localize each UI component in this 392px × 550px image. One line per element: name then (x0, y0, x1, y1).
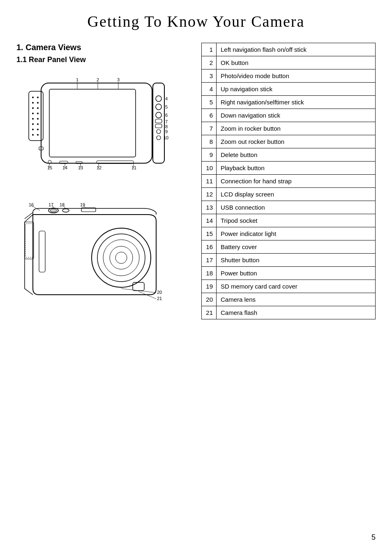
rear-view: 1 2 3 4 5 (16, 71, 193, 186)
svg-text:20: 20 (157, 290, 162, 295)
table-row: 10Playback button (202, 162, 376, 175)
camera-diagrams: 1 2 3 4 5 (16, 71, 193, 309)
part-label: Battery cover (217, 240, 376, 254)
svg-point-71 (115, 252, 127, 263)
svg-text:1: 1 (76, 77, 78, 82)
svg-point-60 (50, 209, 57, 212)
svg-text:21: 21 (157, 296, 162, 301)
part-number: 12 (202, 188, 217, 201)
part-label: Tripod socket (217, 214, 376, 227)
table-row: 4Up navigation stick (202, 83, 376, 96)
svg-rect-79 (25, 224, 33, 257)
parts-table: 1Left navigation flash on/off stick2OK b… (201, 43, 376, 319)
svg-text:11: 11 (131, 165, 136, 170)
svg-rect-78 (25, 222, 34, 259)
part-label: USB connection (217, 201, 376, 214)
table-row: 12LCD display screen (202, 188, 376, 201)
svg-point-10 (32, 118, 34, 120)
svg-point-4 (32, 102, 34, 104)
part-number: 2 (202, 56, 217, 69)
part-label: Camera flash (217, 306, 376, 319)
svg-point-3 (37, 97, 39, 98)
svg-point-2 (32, 97, 34, 98)
table-row: 20Camera lens (202, 293, 376, 306)
part-number: 21 (202, 306, 217, 319)
page-number: 5 (371, 533, 376, 542)
page: Getting To Know Your Camera 1. Camera Vi… (0, 0, 392, 550)
svg-point-17 (37, 134, 39, 136)
part-label: Zoom out rocker button (217, 135, 376, 148)
part-number: 3 (202, 69, 217, 83)
table-row: 7Zoom in rocker button (202, 122, 376, 135)
part-number: 14 (202, 214, 217, 227)
part-label: Zoom in rocker button (217, 122, 376, 135)
svg-point-7 (37, 107, 39, 109)
svg-point-61 (62, 209, 69, 212)
svg-rect-18 (49, 89, 136, 157)
part-number: 7 (202, 122, 217, 135)
part-number: 1 (202, 43, 217, 56)
part-number: 13 (202, 201, 217, 214)
table-row: 3Photo/video mode button (202, 69, 376, 83)
part-number: 8 (202, 135, 217, 148)
svg-point-5 (37, 102, 39, 104)
part-label: Left navigation flash on/off stick (217, 43, 376, 56)
svg-text:9: 9 (165, 129, 168, 134)
table-row: 21Camera flash (202, 306, 376, 319)
top-camera-svg: 16 17 18 19 (16, 194, 189, 309)
svg-point-6 (32, 107, 34, 109)
part-number: 18 (202, 267, 217, 280)
table-row: 11Connection for hand strap (202, 175, 376, 188)
svg-text:10: 10 (164, 135, 168, 140)
top-view: 16 17 18 19 (16, 194, 193, 309)
part-number: 4 (202, 83, 217, 96)
table-row: 9Delete button (202, 148, 376, 162)
svg-point-12 (32, 123, 34, 125)
part-label: Power indicator light (217, 227, 376, 240)
part-number: 10 (202, 162, 217, 175)
table-row: 16Battery cover (202, 240, 376, 254)
svg-text:7: 7 (165, 119, 168, 124)
part-label: Playback button (217, 162, 376, 175)
svg-rect-32 (155, 119, 162, 123)
svg-text:12: 12 (97, 165, 101, 170)
part-label: Camera lens (217, 293, 376, 306)
part-number: 16 (202, 240, 217, 254)
svg-point-14 (32, 129, 34, 130)
part-number: 19 (202, 280, 217, 293)
svg-point-28 (156, 104, 161, 110)
part-label: Shutter button (217, 254, 376, 267)
svg-point-67 (92, 228, 151, 287)
svg-point-30 (156, 112, 161, 118)
svg-text:3: 3 (117, 77, 120, 82)
left-column: 1. Camera Views 1.1 Rear Panel View (16, 43, 193, 319)
svg-point-26 (156, 96, 161, 102)
table-row: 8Zoom out rocker button (202, 135, 376, 148)
svg-line-75 (121, 289, 156, 293)
table-row: 13USB connection (202, 201, 376, 214)
part-number: 6 (202, 109, 217, 122)
part-number: 11 (202, 175, 217, 188)
right-column: 1Left navigation flash on/off stick2OK b… (201, 43, 376, 319)
svg-line-63 (31, 206, 40, 210)
svg-point-13 (37, 123, 39, 125)
svg-text:4: 4 (165, 96, 168, 101)
svg-point-16 (32, 134, 34, 136)
part-label: Power button (217, 267, 376, 280)
svg-rect-34 (155, 124, 162, 128)
svg-text:6: 6 (165, 113, 168, 118)
table-row: 6Down navigation stick (202, 109, 376, 122)
part-number: 17 (202, 254, 217, 267)
table-row: 5Right navigation/selftimer stick (202, 96, 376, 109)
svg-rect-77 (39, 231, 45, 272)
svg-point-36 (157, 129, 161, 134)
part-label: Down navigation stick (217, 109, 376, 122)
table-row: 17Shutter button (202, 254, 376, 267)
part-label: OK button (217, 56, 376, 69)
svg-text:8: 8 (165, 124, 168, 129)
svg-point-9 (37, 113, 39, 114)
page-title: Getting To Know Your Camera (16, 12, 376, 30)
rear-camera-svg: 1 2 3 4 5 (16, 71, 189, 186)
section-title: 1. Camera Views (16, 43, 193, 52)
svg-point-70 (110, 246, 133, 269)
